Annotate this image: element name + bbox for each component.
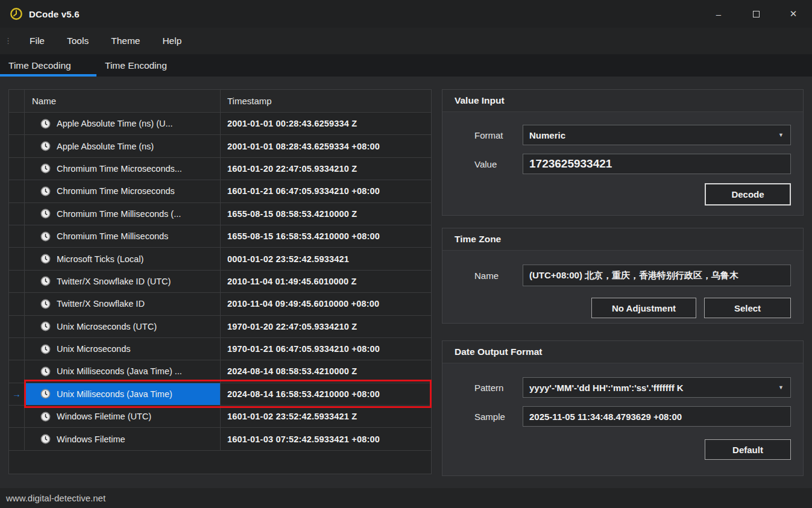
- minimize-button[interactable]: –: [700, 0, 737, 28]
- chevron-down-icon: ▼: [778, 132, 784, 138]
- row-name-cell: Microsoft Ticks (Local): [25, 248, 221, 270]
- row-timestamp-cell: 2024-08-14 08:58:53.4210000 Z: [221, 360, 431, 383]
- menu-grip-icon: ⋮: [4, 38, 12, 44]
- timestamp-name: Windows Filetime (UTC): [57, 412, 151, 421]
- timestamp-name: Chromium Time Microseconds: [57, 186, 175, 196]
- website-link[interactable]: www.digital-detective.net: [6, 493, 105, 503]
- sample-text: 2025-11-05 11:34:48.4793629 +08:00: [529, 412, 682, 422]
- window-controls: – ✕: [700, 0, 812, 28]
- timestamp-name: Windows Filetime: [57, 434, 125, 444]
- clock-icon: [40, 163, 51, 174]
- table-header-row: Name Timestamp: [9, 90, 431, 113]
- clock-icon: [40, 276, 51, 286]
- timestamp-value: 2024-08-14 08:58:53.4210000 Z: [227, 366, 357, 376]
- pattern-dropdown[interactable]: yyyy'-'MM'-'dd HH':'mm':'ss'.'fffffff K …: [523, 377, 791, 398]
- pattern-value: yyyy'-'MM'-'dd HH':'mm':'ss'.'fffffff K: [529, 383, 684, 393]
- sample-label: Sample: [474, 406, 529, 427]
- clock-icon: [40, 254, 51, 264]
- timezone-name-text: (UTC+08:00) 北京，重庆，香港特别行政区，乌鲁木: [529, 270, 738, 281]
- table-row[interactable]: → Microsoft Ticks (Local) 0001-01-02 23:…: [9, 248, 431, 270]
- timestamp-name: Apple Absolute Time (ns): [57, 142, 154, 151]
- table-row[interactable]: → Chromium Time Microseconds... 1601-01-…: [9, 158, 431, 180]
- row-timestamp-cell: 1970-01-20 22:47:05.9334210 Z: [221, 316, 431, 338]
- row-timestamp-cell: 0001-01-02 23:52:42.5933421: [221, 248, 431, 270]
- row-name-cell: Chromium Time Microseconds...: [25, 158, 221, 180]
- clock-icon: [40, 299, 51, 309]
- timestamp-name: Twitter/X Snowflake ID: [57, 299, 145, 309]
- timestamp-name: Apple Absolute Time (ns) (U...: [57, 119, 173, 128]
- table-row[interactable]: → Twitter/X Snowflake ID (UTC) 2010-11-0…: [9, 271, 431, 293]
- row-name-cell: Chromium Time Milliseconds: [25, 225, 221, 248]
- clock-icon: [40, 366, 51, 377]
- time-zone-title: Time Zone: [442, 228, 803, 251]
- timestamp-value: 1655-08-15 08:58:53.4210000 Z: [227, 209, 357, 219]
- format-value: Numeric: [529, 130, 565, 140]
- row-timestamp-cell: 2024-08-14 16:58:53.4210000 +08:00: [221, 383, 431, 406]
- pattern-label: Pattern: [474, 377, 529, 398]
- maximize-button[interactable]: [737, 0, 775, 28]
- row-name-cell: Unix Milliseconds (Java Time): [25, 383, 221, 406]
- tab-strip: Time DecodingTime Encoding: [0, 54, 812, 77]
- value-text: 1723625933421: [529, 157, 612, 171]
- row-timestamp-cell: 1970-01-21 06:47:05.9334210 +08:00: [221, 338, 431, 360]
- row-gutter: →: [9, 338, 25, 360]
- tab-time-encoding[interactable]: Time Encoding: [96, 54, 193, 77]
- table-row[interactable]: → Windows Filetime 1601-01-03 07:52:42.5…: [9, 428, 431, 450]
- column-header-timestamp[interactable]: Timestamp: [221, 90, 431, 113]
- tab-time-decoding[interactable]: Time Decoding: [0, 54, 96, 77]
- table-row[interactable]: → Twitter/X Snowflake ID 2010-11-04 09:4…: [9, 293, 431, 315]
- row-gutter: →: [9, 158, 25, 180]
- clock-icon: [40, 231, 51, 242]
- row-name-cell: Twitter/X Snowflake ID: [25, 293, 221, 315]
- timestamp-name: Twitter/X Snowflake ID (UTC): [57, 277, 171, 286]
- maximize-icon: [753, 11, 760, 17]
- timestamp-value: 1970-01-21 06:47:05.9334210 +08:00: [227, 344, 380, 354]
- table-row[interactable]: → Unix Microseconds (UTC) 1970-01-20 22:…: [9, 316, 431, 338]
- timestamp-name: Unix Milliseconds (Java Time) ...: [57, 366, 182, 376]
- row-gutter: →: [9, 406, 25, 428]
- format-dropdown[interactable]: Numeric ▼: [523, 125, 791, 145]
- value-field[interactable]: 1723625933421: [523, 154, 791, 174]
- dcode-window: DCode v5.6 – ✕ ⋮ FileToolsThemeHelp Time…: [0, 0, 812, 508]
- clock-icon: [40, 186, 51, 196]
- row-name-cell: Windows Filetime: [25, 428, 221, 450]
- table-row[interactable]: → Apple Absolute Time (ns) 2001-01-01 08…: [9, 135, 431, 157]
- row-gutter: →: [9, 113, 25, 135]
- row-gutter: →: [9, 271, 25, 293]
- row-timestamp-cell: 2001-01-01 00:28:43.6259334 Z: [221, 113, 431, 135]
- table-row[interactable]: → Unix Milliseconds (Java Time) 2024-08-…: [9, 383, 431, 406]
- row-name-cell: Twitter/X Snowflake ID (UTC): [25, 271, 221, 293]
- date-output-format-title: Date Output Format: [442, 341, 803, 363]
- row-name-cell: Unix Microseconds: [25, 338, 221, 360]
- window-title: DCode v5.6: [29, 9, 80, 19]
- decode-button[interactable]: Decode: [705, 183, 791, 205]
- timestamp-name: Microsoft Ticks (Local): [57, 254, 143, 264]
- row-timestamp-cell: 1601-01-21 06:47:05.9334210 +08:00: [221, 180, 431, 202]
- menu-item-theme[interactable]: Theme: [101, 32, 149, 50]
- timestamp-value: 1601-01-20 22:47:05.9334210 Z: [227, 164, 357, 174]
- row-timestamp-cell: 1601-01-02 23:52:42.5933421 Z: [221, 406, 431, 428]
- column-header-name[interactable]: Name: [25, 90, 221, 113]
- sample-field[interactable]: 2025-11-05 11:34:48.4793629 +08:00: [523, 406, 791, 427]
- timezone-name-label: Name: [474, 265, 529, 286]
- no-adjustment-button[interactable]: No Adjustment: [591, 298, 696, 318]
- table-row[interactable]: → Chromium Time Milliseconds 1655-08-15 …: [9, 225, 431, 248]
- timezone-name-field[interactable]: (UTC+08:00) 北京，重庆，香港特别行政区，乌鲁木: [523, 265, 791, 286]
- default-button[interactable]: Default: [705, 439, 791, 460]
- clock-icon: [40, 209, 51, 219]
- menu-item-tools[interactable]: Tools: [57, 32, 98, 50]
- select-button[interactable]: Select: [704, 298, 791, 318]
- timestamp-name: Chromium Time Milliseconds (...: [57, 209, 181, 219]
- menu-item-help[interactable]: Help: [153, 32, 191, 50]
- menu-item-file[interactable]: File: [20, 32, 54, 50]
- close-button[interactable]: ✕: [775, 0, 812, 28]
- table-row[interactable]: → Windows Filetime (UTC) 1601-01-02 23:5…: [9, 406, 431, 428]
- row-name-cell: Chromium Time Microseconds: [25, 180, 221, 202]
- table-row[interactable]: → Chromium Time Microseconds 1601-01-21 …: [9, 180, 431, 202]
- table-row[interactable]: → Unix Milliseconds (Java Time) ... 2024…: [9, 360, 431, 383]
- table-row[interactable]: → Unix Microseconds 1970-01-21 06:47:05.…: [9, 338, 431, 360]
- table-row[interactable]: → Apple Absolute Time (ns) (U... 2001-01…: [9, 113, 431, 135]
- row-name-cell: Unix Microseconds (UTC): [25, 316, 221, 338]
- clock-icon: [40, 321, 51, 331]
- table-row[interactable]: → Chromium Time Milliseconds (... 1655-0…: [9, 203, 431, 225]
